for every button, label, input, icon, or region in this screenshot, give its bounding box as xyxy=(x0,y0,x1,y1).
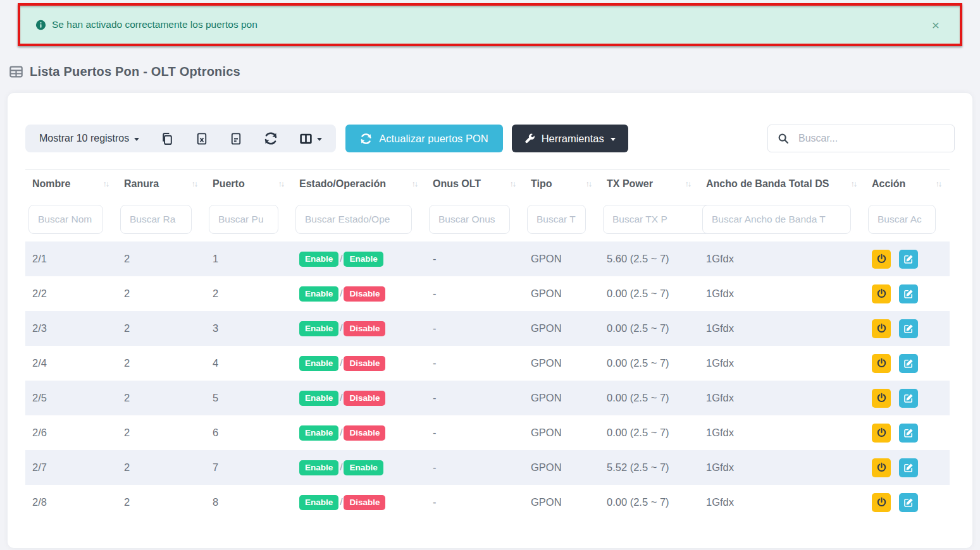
column-header-label: Acción xyxy=(872,178,905,190)
column-header[interactable]: Estado/Operación ↑↓ xyxy=(292,178,426,190)
edit-port-button[interactable] xyxy=(899,319,918,338)
column-filter-cell xyxy=(25,205,117,234)
cell-puerto: 2 xyxy=(206,288,292,300)
wrench-icon xyxy=(524,133,535,144)
edit-port-button[interactable] xyxy=(899,284,918,303)
operacion-badge: Disable xyxy=(344,286,385,302)
cell-ranura: 2 xyxy=(117,461,206,474)
column-filter-input[interactable] xyxy=(527,205,586,234)
sort-icon[interactable]: ↑↓ xyxy=(278,180,284,188)
cell-tx-power: 0.00 (2.5 ~ 7) xyxy=(600,427,699,439)
estado-badge: Enable xyxy=(299,425,338,441)
column-header[interactable]: Ancho de Banda Total DS ↑↓ xyxy=(699,178,865,190)
edit-port-button[interactable] xyxy=(899,493,918,512)
estado-badge: Enable xyxy=(299,495,338,510)
sort-icon[interactable]: ↑↓ xyxy=(586,180,592,188)
column-filter-input[interactable] xyxy=(28,205,103,234)
column-filter-input[interactable] xyxy=(702,205,851,234)
cell-ranura: 2 xyxy=(117,322,206,334)
cell-tipo: GPON xyxy=(524,322,600,334)
reload-icon[interactable] xyxy=(264,131,278,145)
power-toggle-button[interactable] xyxy=(872,284,891,303)
sort-icon[interactable]: ↑↓ xyxy=(510,180,516,188)
column-filter-input[interactable] xyxy=(295,205,412,234)
column-filter-cell xyxy=(524,205,600,234)
edit-port-button[interactable] xyxy=(899,354,918,373)
cell-tx-power: 0.00 (2.5 ~ 7) xyxy=(600,392,699,404)
cell-accion xyxy=(865,493,950,512)
tools-dropdown-button[interactable]: Herramientas xyxy=(512,125,628,152)
refresh-icon xyxy=(360,133,372,145)
sort-icon[interactable]: ↑↓ xyxy=(851,180,857,188)
operacion-badge: Enable xyxy=(344,252,383,267)
sort-icon[interactable]: ↑↓ xyxy=(685,180,691,188)
table-row: 2/3 2 3 Enable/Disable - GPON 0.00 (2.5 … xyxy=(25,311,950,346)
edit-port-button[interactable] xyxy=(899,458,918,477)
cell-nombre: 2/2 xyxy=(25,288,117,300)
cell-onus-olt: - xyxy=(426,322,524,334)
cell-ranura: 2 xyxy=(117,288,206,300)
copy-icon[interactable] xyxy=(161,132,174,145)
sort-icon[interactable]: ↑↓ xyxy=(412,180,418,188)
alert-message: Se han activado correctamente los puerto… xyxy=(52,19,257,30)
column-header-label: Puerto xyxy=(213,178,245,190)
cell-ranura: 2 xyxy=(117,392,206,404)
cell-tx-power: 0.00 (2.5 ~ 7) xyxy=(600,322,699,334)
sort-icon[interactable]: ↑↓ xyxy=(936,180,941,188)
search-input[interactable] xyxy=(797,132,945,145)
cell-tx-power: 5.60 (2.5 ~ 7) xyxy=(600,253,699,265)
estado-badge: Enable xyxy=(299,391,338,406)
datatable-controls: Mostrar 10 registros xyxy=(25,125,336,152)
show-entries-dropdown[interactable]: Mostrar 10 registros xyxy=(39,133,139,144)
edit-port-button[interactable] xyxy=(899,250,918,269)
power-toggle-button[interactable] xyxy=(872,354,891,373)
cell-puerto: 8 xyxy=(206,496,292,508)
estado-separator: / xyxy=(340,253,342,264)
column-header[interactable]: Tipo ↑↓ xyxy=(524,178,600,190)
column-header-label: Estado/Operación xyxy=(299,178,386,190)
success-alert: Se han activado correctamente los puerto… xyxy=(20,6,960,44)
table-row: 2/6 2 6 Enable/Disable - GPON 0.00 (2.5 … xyxy=(25,415,950,450)
column-visibility-dropdown[interactable] xyxy=(299,132,322,145)
cell-estado-operacion: Enable/Disable xyxy=(292,356,426,371)
edit-port-button[interactable] xyxy=(899,424,918,443)
column-header[interactable]: Puerto ↑↓ xyxy=(206,178,292,190)
sort-icon[interactable]: ↑↓ xyxy=(192,180,197,188)
page-title: Lista Puertos Pon - OLT Optronics xyxy=(9,64,980,79)
edit-port-button[interactable] xyxy=(899,389,918,408)
power-toggle-button[interactable] xyxy=(872,250,891,269)
power-toggle-button[interactable] xyxy=(872,458,891,477)
column-header[interactable]: Nombre ↑↓ xyxy=(25,178,117,190)
column-filter-input[interactable] xyxy=(868,205,936,234)
column-filter-cell xyxy=(865,205,950,234)
sort-icon[interactable]: ↑↓ xyxy=(103,180,109,188)
power-toggle-button[interactable] xyxy=(872,424,891,443)
column-filter-input[interactable] xyxy=(120,205,192,234)
table-body: 2/1 2 1 Enable/Enable - GPON 5.60 (2.5 ~… xyxy=(25,241,950,520)
cell-ancho-banda: 1Gfdx xyxy=(699,392,865,404)
column-header[interactable]: Onus OLT ↑↓ xyxy=(426,178,524,190)
column-filter-cell xyxy=(426,205,524,234)
column-header[interactable]: Acción ↑↓ xyxy=(865,178,950,190)
alert-annotation-box: Se han activado correctamente los puerto… xyxy=(18,3,962,46)
column-header-label: TX Power xyxy=(607,178,653,190)
excel-export-icon[interactable] xyxy=(195,132,208,145)
column-filter-input[interactable] xyxy=(209,205,278,234)
alert-close-icon[interactable]: × xyxy=(929,17,942,33)
table-row: 2/5 2 5 Enable/Disable - GPON 0.00 (2.5 … xyxy=(25,381,950,415)
operacion-badge: Disable xyxy=(344,391,385,406)
file-export-icon[interactable] xyxy=(230,132,242,145)
update-pon-ports-button[interactable]: Actualizar puertos PON xyxy=(345,125,502,152)
column-header[interactable]: TX Power ↑↓ xyxy=(600,178,699,190)
column-filter-input[interactable] xyxy=(429,205,510,234)
power-toggle-button[interactable] xyxy=(872,389,891,408)
cell-estado-operacion: Enable/Enable xyxy=(292,252,426,267)
power-toggle-button[interactable] xyxy=(872,493,891,512)
estado-separator: / xyxy=(340,357,342,368)
cell-tipo: GPON xyxy=(524,427,600,439)
power-toggle-button[interactable] xyxy=(872,319,891,338)
column-header[interactable]: Ranura ↑↓ xyxy=(117,178,206,190)
table-row: 2/4 2 4 Enable/Disable - GPON 0.00 (2.5 … xyxy=(25,346,950,381)
info-circle-icon xyxy=(35,20,46,30)
cell-ranura: 2 xyxy=(117,253,206,265)
